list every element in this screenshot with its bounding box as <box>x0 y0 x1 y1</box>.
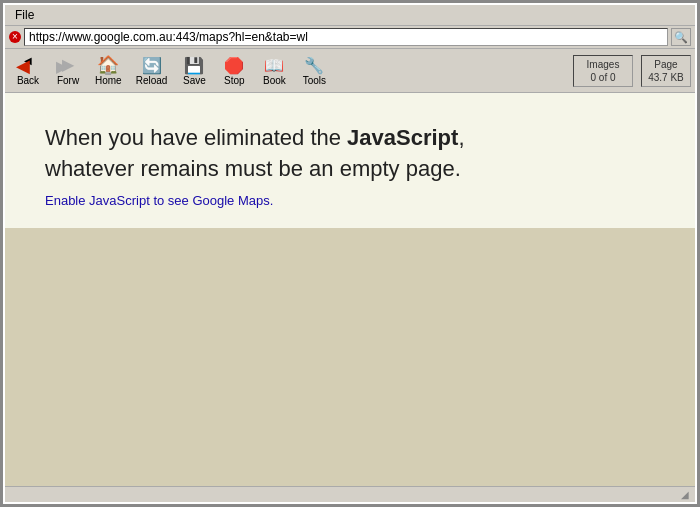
status-bar: ◢ <box>5 486 695 502</box>
save-button[interactable]: 💾 Save <box>175 52 213 89</box>
home-icon: 🏠 <box>96 55 120 75</box>
reload-icon: 🔄 <box>140 55 164 75</box>
forward-label: Forw <box>57 75 79 86</box>
home-button[interactable]: 🏠 Home <box>89 52 128 89</box>
tools-label: Tools <box>303 75 326 86</box>
headline-bold: JavaScript <box>347 125 458 150</box>
images-header: Images <box>587 58 620 71</box>
page-info: Page 43.7 KB <box>641 55 691 87</box>
headline-part2: , <box>458 125 464 150</box>
book-button[interactable]: 📖 Book <box>255 52 293 89</box>
page-header: Page <box>654 58 677 71</box>
back-button[interactable]: ◀ Back <box>9 52 47 89</box>
url-input[interactable] <box>24 28 668 46</box>
back-icon: ◀ <box>16 55 40 75</box>
images-info: Images 0 of 0 <box>573 55 633 87</box>
book-label: Book <box>263 75 286 86</box>
browser-window: File 🔍 ◀ Back ▶ Forw 🏠 Home 🔄 Reload 💾 S… <box>3 3 697 504</box>
resize-grip[interactable]: ◢ <box>679 489 691 501</box>
book-icon: 📖 <box>262 55 286 75</box>
content-area: When you have eliminated the JavaScript,… <box>5 93 695 486</box>
toolbar-status: Images 0 of 0 Page 43.7 KB <box>573 55 691 87</box>
content-tan <box>5 228 695 486</box>
save-label: Save <box>183 75 206 86</box>
content-white: When you have eliminated the JavaScript,… <box>5 93 695 228</box>
forward-icon: ▶ <box>56 55 80 75</box>
stop-loading-icon[interactable] <box>9 31 21 43</box>
images-value: 0 of 0 <box>590 71 615 84</box>
save-icon: 💾 <box>182 55 206 75</box>
tools-button[interactable]: 🔧 Tools <box>295 52 333 89</box>
page-value: 43.7 KB <box>648 71 684 84</box>
reload-button[interactable]: 🔄 Reload <box>130 52 174 89</box>
menu-file[interactable]: File <box>9 7 40 23</box>
headline-part1: When you have eliminated the <box>45 125 347 150</box>
main-message: When you have eliminated the JavaScript,… <box>45 123 655 185</box>
search-button[interactable]: 🔍 <box>671 28 691 46</box>
stop-label: Stop <box>224 75 245 86</box>
forward-button[interactable]: ▶ Forw <box>49 52 87 89</box>
menu-bar: File <box>5 5 695 26</box>
enable-javascript-link[interactable]: Enable JavaScript to see Google Maps. <box>45 193 273 208</box>
reload-label: Reload <box>136 75 168 86</box>
home-label: Home <box>95 75 122 86</box>
tools-icon: 🔧 <box>302 55 326 75</box>
address-bar: 🔍 <box>5 26 695 49</box>
stop-icon: 🛑 <box>222 55 246 75</box>
toolbar: ◀ Back ▶ Forw 🏠 Home 🔄 Reload 💾 Save 🛑 S… <box>5 49 695 93</box>
stop-button[interactable]: 🛑 Stop <box>215 52 253 89</box>
headline-line2: whatever remains must be an empty page. <box>45 156 461 181</box>
